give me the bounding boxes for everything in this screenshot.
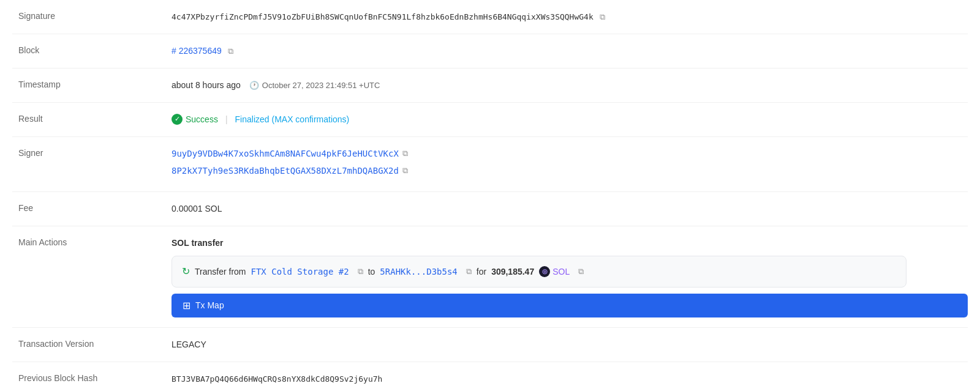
success-text: Success bbox=[186, 113, 218, 126]
signer-2-copy-icon[interactable]: ⧉ bbox=[402, 165, 408, 177]
prev-block-hash-value: BTJ3VBA7pQ4Q66d6HWqCRQs8nYX8dkCd8Q9Sv2j6… bbox=[172, 372, 968, 386]
sol-copy-icon[interactable]: ⧉ bbox=[578, 265, 584, 278]
signer-row: Signer 9uyDy9VDBw4K7xoSkhmCAm8NAFCwu4pkF… bbox=[12, 137, 968, 192]
timestamp-relative: about 8 hours ago bbox=[172, 80, 241, 90]
fee-value: 0.00001 SOL bbox=[172, 202, 968, 215]
block-label: Block bbox=[12, 44, 172, 55]
legacy-text: LEGACY bbox=[172, 340, 206, 349]
from-copy-icon[interactable]: ⧉ bbox=[358, 265, 363, 278]
signer-value: 9uyDy9VDBw4K7xoSkhmCAm8NAFCwu4pkF6JeHUCt… bbox=[172, 147, 968, 182]
signer-label: Signer bbox=[12, 147, 172, 158]
signature-row: Signature 4c47XPbzyrfiZncPDmfJ5V91oZbFUi… bbox=[12, 0, 968, 34]
main-actions-label-col: Main Actions bbox=[12, 236, 172, 247]
result-content: ✓ Success | Finalized (MAX confirmations… bbox=[172, 113, 968, 126]
finalized-text: Finalized (MAX confirmations) bbox=[235, 113, 350, 126]
transfer-amount: 309,185.47 bbox=[491, 265, 534, 278]
sol-currency-text: SOL bbox=[552, 265, 570, 278]
timestamp-label: Timestamp bbox=[12, 78, 172, 89]
block-value: # 226375649 ⧉ bbox=[172, 44, 968, 58]
sol-coin-icon: ◎ bbox=[539, 266, 550, 277]
timestamp-row: Timestamp about 8 hours ago 🕐 October 27… bbox=[12, 69, 968, 103]
success-check-icon: ✓ bbox=[172, 114, 183, 125]
main-actions-row: Main Actions SOL transfer ↻ Transfer fro… bbox=[12, 226, 968, 328]
timestamp-value: about 8 hours ago 🕐 October 27, 2023 21:… bbox=[172, 78, 968, 92]
signer-address-1-row: 9uyDy9VDBw4K7xoSkhmCAm8NAFCwu4pkF6JeHUCt… bbox=[172, 147, 968, 160]
timestamp-absolute: October 27, 2023 21:49:51 +UTC bbox=[262, 80, 380, 92]
transaction-version-row: Transaction Version LEGACY bbox=[12, 328, 968, 362]
transfer-refresh-icon: ↻ bbox=[182, 264, 190, 280]
tx-map-btn-label: Tx Map bbox=[195, 300, 224, 310]
result-row: Result ✓ Success | Finalized (MAX confir… bbox=[12, 103, 968, 137]
transaction-version-value: LEGACY bbox=[172, 338, 968, 351]
prev-block-hash-label: Previous Block Hash bbox=[12, 372, 172, 383]
success-badge: ✓ Success bbox=[172, 113, 218, 126]
transaction-version-label: Transaction Version bbox=[12, 338, 172, 349]
main-actions-value: SOL transfer ↻ Transfer from FTX Cold St… bbox=[172, 236, 968, 317]
transfer-from-label: Transfer from bbox=[195, 265, 246, 278]
signature-copy-icon[interactable]: ⧉ bbox=[600, 11, 605, 24]
signer-1-copy-icon[interactable]: ⧉ bbox=[402, 147, 408, 160]
to-copy-icon[interactable]: ⧉ bbox=[466, 265, 472, 278]
clock-icon: 🕐 bbox=[249, 80, 259, 92]
actions-container: SOL transfer ↻ Transfer from FTX Cold St… bbox=[172, 236, 968, 317]
from-address-link[interactable]: FTX Cold Storage #2 bbox=[251, 265, 349, 278]
signature-label: Signature bbox=[12, 10, 172, 21]
signature-value: 4c47XPbzyrfiZncPDmfJ5V91oZbFUiBh8SWCqnUo… bbox=[172, 10, 968, 24]
for-label: for bbox=[477, 265, 486, 278]
block-link[interactable]: # 226375649 bbox=[172, 46, 222, 56]
fee-text: 0.00001 SOL bbox=[172, 204, 222, 213]
result-divider: | bbox=[225, 113, 228, 126]
to-label: to bbox=[368, 265, 375, 278]
to-address-link[interactable]: 5RAHKk...D3b5s4 bbox=[380, 265, 457, 278]
timestamp-detail: 🕐 October 27, 2023 21:49:51 +UTC bbox=[249, 80, 380, 92]
signer-address-2-row: 8P2kX7Tyh9eS3RKdaBhqbEtQGAX58DXzL7mhDQAB… bbox=[172, 164, 968, 177]
result-label: Result bbox=[12, 113, 172, 124]
tx-map-button[interactable]: ⊞ Tx Map bbox=[172, 294, 968, 317]
signer-address-2-link[interactable]: 8P2kX7Tyh9eS3RKdaBhqbEtQGAX58DXzL7mhDQAB… bbox=[172, 164, 399, 177]
fee-row: Fee 0.00001 SOL bbox=[12, 192, 968, 226]
transfer-box: ↻ Transfer from FTX Cold Storage #2 ⧉ to… bbox=[172, 256, 907, 288]
block-row: Block # 226375649 ⧉ bbox=[12, 34, 968, 69]
signer-address-1-link[interactable]: 9uyDy9VDBw4K7xoSkhmCAm8NAFCwu4pkF6JeHUCt… bbox=[172, 147, 399, 160]
fee-label: Fee bbox=[12, 202, 172, 213]
block-copy-icon[interactable]: ⧉ bbox=[228, 45, 233, 58]
prev-hash-text: BTJ3VBA7pQ4Q66d6HWqCRQs8nYX8dkCd8Q9Sv2j6… bbox=[172, 374, 382, 384]
tx-map-grid-icon: ⊞ bbox=[183, 300, 190, 311]
signature-text: 4c47XPbzyrfiZncPDmfJ5V91oZbFUiBh8SWCqnUo… bbox=[172, 12, 594, 21]
sol-badge: ◎ SOL bbox=[539, 265, 570, 278]
sol-transfer-label: SOL transfer bbox=[172, 236, 968, 250]
prev-block-hash-row: Previous Block Hash BTJ3VBA7pQ4Q66d6HWqC… bbox=[12, 362, 968, 386]
result-value: ✓ Success | Finalized (MAX confirmations… bbox=[172, 113, 968, 126]
